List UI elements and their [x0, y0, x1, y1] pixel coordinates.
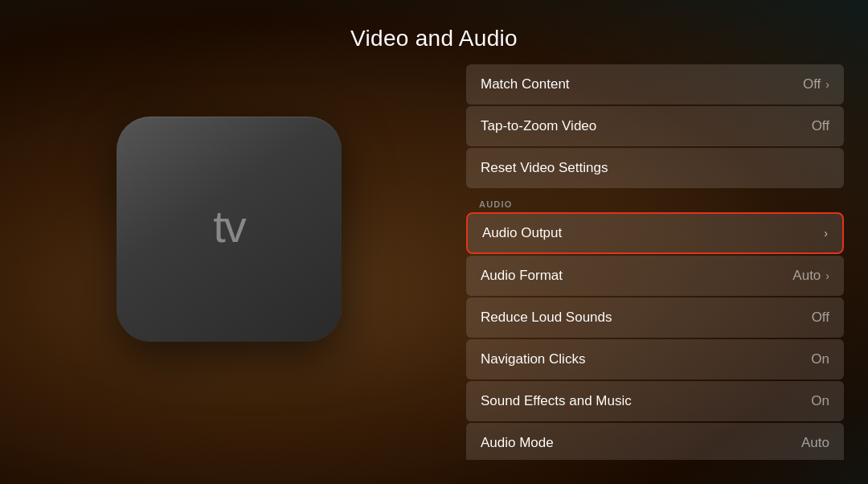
reduce-loud-right: Off	[812, 310, 829, 326]
settings-row-reduce-loud[interactable]: Reduce Loud Sounds Off	[466, 297, 844, 338]
settings-row-navigation-clicks[interactable]: Navigation Clicks On	[466, 339, 844, 379]
settings-panel: Match Content Off › Tap-to-Zoom Video Of…	[466, 64, 844, 460]
audio-mode-right: Auto	[801, 435, 829, 451]
navigation-clicks-label: Navigation Clicks	[481, 351, 585, 367]
settings-row-audio-output[interactable]: Audio Output ›	[466, 212, 844, 254]
settings-row-audio-mode[interactable]: Audio Mode Auto	[466, 423, 844, 460]
audio-settings-group: AUDIO Audio Output › Audio Format Auto ›…	[466, 193, 844, 460]
audio-format-chevron-icon: ›	[825, 269, 829, 282]
audio-output-chevron-icon: ›	[824, 227, 828, 240]
audio-format-value: Auto	[792, 268, 821, 284]
audio-mode-label: Audio Mode	[481, 435, 554, 451]
reset-video-label: Reset Video Settings	[481, 160, 608, 176]
sound-effects-right: On	[811, 393, 829, 409]
sound-effects-label: Sound Effects and Music	[481, 393, 632, 409]
tv-text: tv	[213, 200, 245, 252]
audio-output-label: Audio Output	[482, 225, 562, 241]
device-illustration: tv	[80, 80, 378, 378]
video-settings-group: Match Content Off › Tap-to-Zoom Video Of…	[466, 64, 844, 188]
reduce-loud-label: Reduce Loud Sounds	[481, 310, 612, 326]
settings-row-audio-format[interactable]: Audio Format Auto ›	[466, 256, 844, 296]
audio-output-right: ›	[822, 227, 828, 240]
settings-row-tap-to-zoom[interactable]: Tap-to-Zoom Video Off	[466, 106, 844, 146]
settings-row-match-content[interactable]: Match Content Off ›	[466, 64, 844, 105]
settings-row-sound-effects[interactable]: Sound Effects and Music On	[466, 381, 844, 421]
settings-row-reset-video[interactable]: Reset Video Settings	[466, 148, 844, 188]
match-content-label: Match Content	[481, 76, 570, 92]
audio-mode-value: Auto	[801, 435, 829, 451]
navigation-clicks-value: On	[811, 351, 829, 367]
apple-tv-box: tv	[117, 117, 342, 342]
audio-section-label: AUDIO	[466, 193, 844, 212]
reduce-loud-value: Off	[812, 310, 829, 326]
audio-format-label: Audio Format	[481, 268, 563, 284]
tap-to-zoom-value: Off	[812, 118, 829, 134]
match-content-right: Off ›	[803, 76, 829, 92]
page-title: Video and Audio	[0, 26, 868, 51]
match-content-chevron-icon: ›	[825, 78, 829, 91]
match-content-value: Off	[803, 76, 821, 92]
audio-format-right: Auto ›	[792, 268, 829, 284]
tap-to-zoom-label: Tap-to-Zoom Video	[481, 118, 596, 134]
tap-to-zoom-right: Off	[812, 118, 829, 134]
sound-effects-value: On	[811, 393, 829, 409]
navigation-clicks-right: On	[811, 351, 829, 367]
